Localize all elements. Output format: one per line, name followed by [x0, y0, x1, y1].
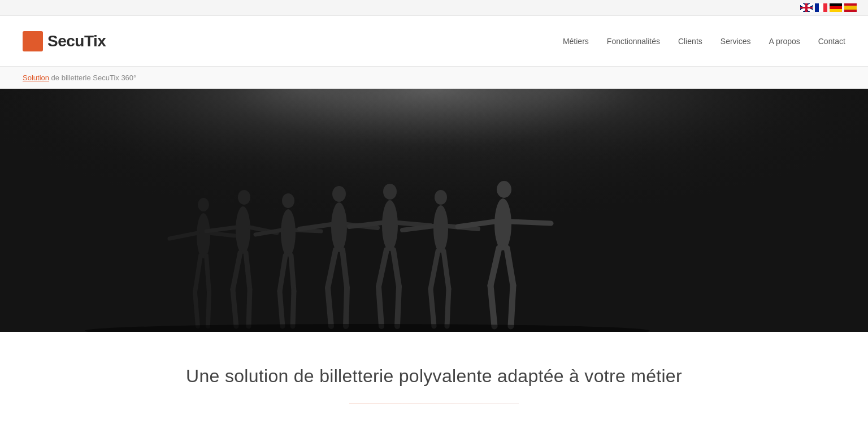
- main-headline: Une solution de billetterie polyvalente …: [23, 366, 845, 387]
- svg-line-59: [511, 285, 513, 326]
- svg-line-55: [511, 222, 551, 223]
- svg-point-29: [332, 186, 346, 202]
- svg-point-37: [383, 184, 397, 200]
- divider-line: [349, 404, 519, 404]
- svg-point-52: [494, 198, 511, 250]
- svg-point-28: [331, 202, 347, 252]
- content-section: Une solution de billetterie polyvalente …: [0, 332, 868, 424]
- svg-line-41: [379, 287, 381, 326]
- nav-fonctionnalites[interactable]: Fonctionnalités: [607, 37, 660, 46]
- flag-fr[interactable]: [815, 3, 827, 12]
- svg-point-53: [497, 181, 511, 198]
- svg-point-20: [281, 209, 296, 257]
- breadcrumb: Solution de billetterie SecuTix 360°: [23, 73, 136, 82]
- svg-line-51: [447, 289, 449, 326]
- svg-line-43: [397, 287, 399, 326]
- svg-point-36: [382, 200, 398, 251]
- svg-line-35: [346, 288, 347, 326]
- hero-section: [0, 89, 868, 332]
- svg-line-27: [293, 291, 294, 326]
- site-header: SecuTix Métiers Fonctionnalités Clients …: [0, 16, 868, 67]
- dancers-illustration: [0, 89, 868, 332]
- svg-line-25: [280, 291, 283, 326]
- svg-line-11: [208, 292, 209, 326]
- nav-services[interactable]: Services: [721, 37, 751, 46]
- nav-contact[interactable]: Contact: [818, 37, 845, 46]
- svg-line-7: [209, 233, 235, 236]
- breadcrumb-rest: de billetterie SecuTix 360°: [49, 73, 136, 82]
- breadcrumb-link[interactable]: Solution: [23, 73, 49, 82]
- main-nav: Métiers Fonctionnalités Clients Services…: [563, 37, 845, 46]
- svg-point-4: [197, 213, 210, 258]
- svg-line-57: [491, 285, 494, 326]
- svg-point-44: [433, 205, 448, 253]
- logo-icon: [23, 31, 43, 51]
- svg-line-17: [233, 289, 236, 326]
- svg-line-49: [431, 289, 434, 326]
- flag-de[interactable]: [830, 3, 842, 12]
- svg-line-33: [328, 288, 331, 326]
- svg-point-5: [198, 198, 209, 211]
- svg-point-21: [282, 193, 294, 208]
- svg-point-12: [236, 206, 250, 254]
- language-bar: [0, 0, 868, 16]
- svg-point-45: [435, 190, 447, 205]
- nav-metiers[interactable]: Métiers: [563, 37, 589, 46]
- language-flags: [800, 3, 857, 12]
- logo[interactable]: SecuTix: [23, 31, 106, 51]
- svg-line-9: [195, 292, 198, 326]
- flag-es[interactable]: [844, 3, 857, 12]
- svg-line-10: [206, 256, 209, 292]
- logo-text: SecuTix: [47, 32, 106, 50]
- svg-rect-3: [0, 89, 868, 332]
- flag-uk[interactable]: [800, 3, 813, 12]
- svg-line-26: [291, 256, 294, 291]
- svg-point-13: [238, 190, 250, 205]
- breadcrumb-bar: Solution de billetterie SecuTix 360°: [0, 67, 868, 89]
- nav-clients[interactable]: Clients: [678, 37, 702, 46]
- nav-apropos[interactable]: A propos: [769, 37, 800, 46]
- svg-line-19: [249, 289, 250, 326]
